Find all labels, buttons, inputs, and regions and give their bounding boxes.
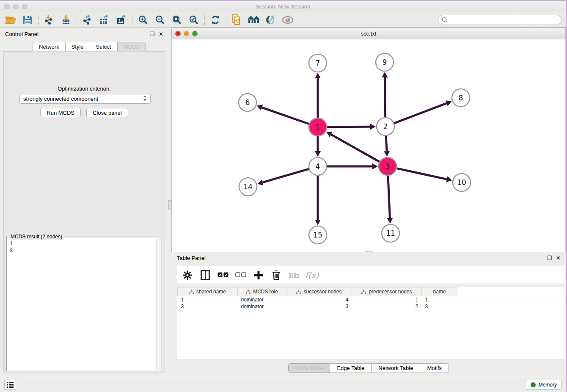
delete-column-trash-icon[interactable] — [270, 269, 282, 281]
table-cell[interactable]: 1 — [178, 296, 238, 303]
show-columns-icon[interactable] — [199, 269, 211, 281]
window-title: Session: New Session — [0, 3, 566, 10]
edge-arrowhead — [384, 151, 390, 157]
graph-edge-3-11[interactable] — [388, 176, 390, 218]
clone-network-icon[interactable] — [231, 14, 243, 26]
main-toolbar — [0, 12, 566, 28]
export-network-icon[interactable] — [81, 14, 94, 26]
run-mcds-button[interactable]: Run MCDS — [40, 108, 81, 117]
control-panel: Control Panel ❐ ✕ Network Style Select M… — [0, 28, 168, 378]
zoom-out-icon[interactable] — [154, 14, 166, 26]
tab-mcds[interactable]: MCDS — [117, 42, 146, 51]
mcds-result-list[interactable]: 13 — [7, 238, 156, 370]
table-row[interactable]: 1dominator411 — [178, 296, 566, 303]
table-panel-title: Table Panel — [177, 255, 206, 261]
table-cell[interactable]: 4 — [286, 296, 352, 303]
search-input[interactable] — [450, 17, 558, 23]
mcds-tab-content: Optimization criterion: strongly connect… — [3, 51, 165, 373]
search-icon — [442, 17, 448, 23]
table-row[interactable]: 3dominator323 — [178, 303, 566, 310]
deselect-all-icon[interactable] — [235, 269, 247, 281]
optimization-criterion-label: Optimization criterion: — [4, 86, 165, 92]
memory-button[interactable]: Memory — [526, 380, 561, 390]
column-header-shared-name[interactable]: shared name — [178, 287, 238, 296]
tab-network-table[interactable]: Network Table — [371, 363, 420, 373]
close-table-panel-icon[interactable]: ✕ — [556, 255, 561, 261]
table-cell[interactable]: 1 — [352, 296, 422, 303]
export-image-icon[interactable] — [115, 14, 128, 26]
tab-network[interactable]: Network — [33, 42, 65, 51]
export-table-icon[interactable] — [98, 14, 111, 26]
edge-arrowhead — [315, 220, 321, 225]
graph-edge-2-9[interactable] — [385, 77, 385, 117]
refresh-view-icon[interactable] — [209, 14, 222, 26]
edge-arrowhead — [387, 218, 393, 224]
table-cell[interactable]: 1 — [422, 296, 457, 303]
node-table: shared name MCDS role successor nodes pr… — [177, 287, 565, 359]
graph-edge-1-2[interactable] — [327, 127, 370, 127]
function-builder-icon: f(x) — [306, 269, 318, 281]
float-table-panel-icon[interactable]: ❐ — [547, 255, 552, 261]
zoom-in-icon[interactable] — [137, 14, 149, 26]
graph-edge-2-8[interactable] — [394, 103, 447, 123]
graph-node-label: 4 — [316, 162, 320, 171]
edge-arrowhead — [257, 179, 263, 185]
zoom-fit-content-icon[interactable] — [171, 14, 183, 26]
memory-status-icon — [531, 382, 536, 387]
tab-style[interactable]: Style — [65, 42, 90, 51]
table-panel-tabs: Node Table Edge Table Network Table Moti… — [171, 363, 566, 373]
graph-node-label: 6 — [245, 98, 250, 107]
column-header-mcds-role[interactable]: MCDS role — [238, 287, 286, 296]
table-settings-gear-icon[interactable] — [182, 269, 193, 281]
graph-node-label: 7 — [316, 59, 320, 67]
column-header-predecessor-nodes[interactable]: predecessor nodes — [352, 287, 422, 296]
houses-icon[interactable] — [248, 14, 260, 26]
graph-node-label: 11 — [386, 229, 395, 237]
open-session-icon[interactable] — [4, 14, 17, 26]
zoom-selected-icon[interactable] — [187, 14, 200, 26]
network-window-title-bar[interactable]: ✕ − + scc.txt — [171, 28, 566, 39]
graph-edge-2-3[interactable] — [386, 136, 387, 151]
graph-edge-1-6[interactable] — [262, 108, 309, 124]
graph-edge-3-1[interactable] — [331, 135, 379, 162]
save-session-icon[interactable] — [21, 14, 34, 26]
tab-motifs[interactable]: Motifs — [420, 363, 449, 373]
select-all-checks-icon[interactable] — [217, 269, 229, 281]
graph-edge-4-14[interactable] — [263, 169, 309, 182]
table-cell[interactable]: 3 — [178, 303, 238, 310]
table-cell[interactable]: 3 — [286, 303, 352, 310]
graph-node-label: 10 — [457, 178, 466, 187]
network-canvas[interactable]: 7968124314101511 — [171, 39, 566, 252]
graph-edge-3-10[interactable] — [396, 168, 446, 179]
optimization-criterion-select[interactable]: strongly connected component — [19, 94, 151, 104]
import-table-icon[interactable] — [60, 14, 72, 26]
table-cell[interactable]: 3 — [422, 303, 457, 310]
table-cell[interactable]: 2 — [352, 303, 422, 310]
column-header-name[interactable]: name — [422, 287, 457, 296]
search-field[interactable] — [438, 15, 561, 25]
float-panel-icon[interactable]: ❐ — [149, 31, 154, 37]
tab-select[interactable]: Select — [90, 42, 117, 51]
result-scrollbar[interactable] — [156, 238, 161, 370]
graph-node-label: 3 — [385, 162, 390, 171]
vertical-splitter[interactable] — [168, 28, 171, 378]
tab-node-table[interactable]: Node Table — [288, 363, 330, 373]
column-header-successor-nodes[interactable]: successor nodes — [286, 287, 352, 296]
task-history-button[interactable] — [4, 380, 16, 390]
mcds-result-item[interactable]: 1 — [10, 240, 154, 247]
graph-node-label: 15 — [313, 231, 322, 239]
close-panel-button[interactable]: Close panel — [86, 108, 128, 117]
mcds-result-box: MCDS result (2 nodes) 13 — [6, 237, 162, 371]
table-cell[interactable]: dominator — [238, 296, 286, 303]
import-network-icon[interactable] — [43, 14, 55, 26]
delete-table-disabled-icon — [288, 269, 300, 281]
half-eye-icon[interactable] — [264, 14, 277, 26]
add-column-plus-icon[interactable] — [253, 269, 264, 281]
mcds-result-item[interactable]: 3 — [10, 247, 154, 254]
tab-edge-table[interactable]: Edge Table — [330, 363, 371, 373]
graph-node-label: 8 — [459, 94, 463, 102]
table-cell[interactable]: dominator — [238, 303, 286, 310]
node-table-body: 1dominator4113dominator323 — [178, 296, 566, 310]
close-panel-icon[interactable]: ✕ — [159, 31, 163, 37]
splitter-handle[interactable] — [168, 200, 171, 210]
